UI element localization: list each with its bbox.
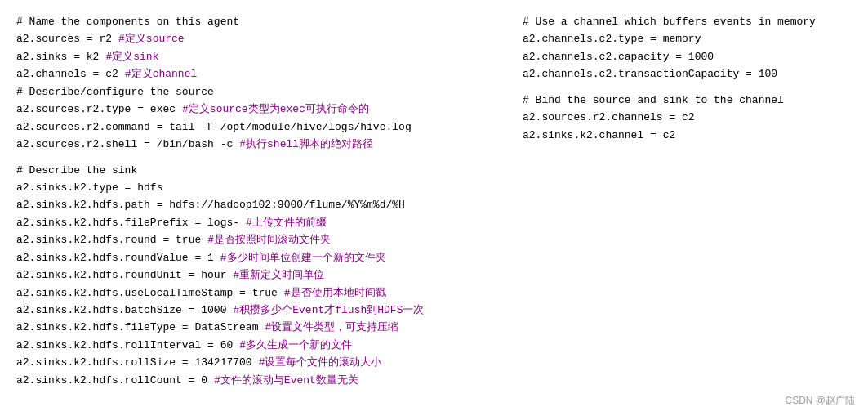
code-line: a2.channels = c2#定义channel — [16, 65, 506, 83]
code-line: a2.sources.r2.channels = c2 — [523, 109, 852, 126]
watermark: CSDN @赵广陆 — [785, 394, 855, 408]
code-text: a2.sinks.k2.hdfs.rollSize = 134217700 — [16, 354, 252, 371]
comment-text: #文件的滚动与Event数量无关 — [214, 372, 358, 389]
code-line: a2.sinks.k2.hdfs.path = hdfs://hadoop102… — [16, 196, 506, 213]
code-text: a2.channels.c2.type = memory — [523, 30, 701, 47]
code-line: a2.sinks.k2.hdfs.batchSize = 1000#积攒多少个E… — [16, 302, 506, 319]
code-line: a2.channels.c2.type = memory — [523, 30, 852, 47]
code-line: a2.sinks.k2.channel = c2 — [523, 127, 852, 144]
code-text: a2.sinks.k2.hdfs.round = true — [16, 231, 201, 248]
code-text: a2.sources.r2.type = exec — [16, 101, 176, 118]
code-line: a2.sinks.k2.hdfs.useLocalTimeStamp = tru… — [16, 284, 506, 302]
code-line: a2.sinks.k2.hdfs.roundValue = 1#多少时间单位创建… — [16, 249, 506, 266]
code-text: a2.sinks.k2.hdfs.rollInterval = 60 — [16, 337, 233, 354]
code-text: a2.sinks.k2.hdfs.roundUnit = hour — [16, 266, 226, 284]
code-line: a2.sinks.k2.hdfs.filePrefix = logs-#上传文件… — [16, 214, 506, 231]
right-column: # Use a channel which buffers events in … — [514, 13, 852, 389]
code-text: a2.sources.r2.command = tail -F /opt/mod… — [16, 119, 412, 136]
spacer — [523, 83, 852, 92]
code-text: # Describe/configure the source — [16, 83, 214, 101]
code-line: a2.sources = r2#定义source — [16, 30, 506, 47]
code-line: a2.sinks.k2.hdfs.rollSize = 134217700#设置… — [16, 354, 506, 371]
code-text: a2.sinks.k2.hdfs.roundValue = 1 — [16, 249, 214, 266]
comment-text: #多少时间单位创建一个新的文件夹 — [220, 249, 386, 266]
comment-text: #是否按照时间滚动文件夹 — [207, 231, 331, 248]
code-text: a2.sinks.k2.hdfs.fileType = DataStream — [16, 319, 258, 336]
code-text: a2.sinks = k2 — [16, 48, 99, 65]
comment-text: #定义sink — [105, 48, 158, 65]
code-line: a2.sinks.k2.hdfs.rollInterval = 60#多久生成一… — [16, 337, 506, 354]
code-line: # Describe/configure the source — [16, 83, 506, 101]
comment-text: #多久生成一个新的文件 — [239, 337, 352, 354]
comment-text: #定义channel — [125, 65, 197, 83]
spacer — [16, 154, 506, 162]
comment-text: #上传文件的前缀 — [246, 214, 327, 231]
code-text: a2.sinks.k2.hdfs.useLocalTimeStamp = tru… — [16, 284, 278, 302]
code-text: a2.channels = c2 — [16, 65, 118, 83]
code-line: a2.sinks.k2.hdfs.fileType = DataStream#设… — [16, 319, 506, 336]
comment-text: #执行shell脚本的绝对路径 — [239, 136, 373, 153]
left-column: # Name the components on this agenta2.so… — [16, 13, 514, 389]
code-line: a2.sources.r2.shell = /bin/bash -c#执行she… — [16, 136, 506, 153]
code-text: a2.sinks.k2.hdfs.path = hdfs://hadoop102… — [16, 196, 405, 213]
code-text: a2.sinks.k2.hdfs.batchSize = 1000 — [16, 302, 226, 319]
code-text: a2.channels.c2.capacity = 1000 — [523, 48, 714, 65]
code-line: a2.sinks.k2.hdfs.rollCount = 0#文件的滚动与Eve… — [16, 372, 506, 389]
code-text: a2.channels.c2.transactionCapacity = 100 — [523, 65, 777, 83]
comment-text: #是否使用本地时间戳 — [284, 284, 386, 302]
code-text: a2.sinks.k2.type = hdfs — [16, 179, 162, 196]
code-text: a2.sources.r2.channels = c2 — [523, 109, 695, 126]
comment-text: #设置文件类型，可支持压缩 — [265, 319, 398, 336]
code-line: a2.sources.r2.type = exec#定义source类型为exe… — [16, 101, 506, 118]
code-text: a2.sources = r2 — [16, 30, 112, 47]
code-text: # Bind the source and sink to the channe… — [523, 92, 784, 109]
comment-text: #设置每个文件的滚动大小 — [259, 354, 382, 371]
comment-text: #重新定义时间单位 — [233, 266, 324, 284]
code-text: a2.sinks.k2.channel = c2 — [523, 127, 675, 144]
comment-text: #定义source — [118, 30, 185, 47]
code-line: a2.sinks.k2.type = hdfs — [16, 179, 506, 196]
code-text: # Name the components on this agent — [16, 13, 239, 30]
code-text: a2.sinks.k2.hdfs.filePrefix = logs- — [16, 214, 239, 231]
code-line: # Bind the source and sink to the channe… — [523, 92, 852, 109]
code-line: a2.sinks = k2#定义sink — [16, 48, 506, 65]
code-line: # Name the components on this agent — [16, 13, 506, 30]
code-line: a2.sinks.k2.hdfs.round = true#是否按照时间滚动文件… — [16, 231, 506, 248]
code-line: # Use a channel which buffers events in … — [523, 13, 852, 30]
code-line: a2.sources.r2.command = tail -F /opt/mod… — [16, 119, 506, 136]
code-text: # Use a channel which buffers events in … — [523, 13, 816, 30]
code-text: a2.sinks.k2.hdfs.rollCount = 0 — [16, 372, 207, 389]
code-line: a2.channels.c2.capacity = 1000 — [523, 48, 852, 65]
code-text: # Describe the sink — [16, 162, 137, 179]
comment-text: #积攒多少个Event才flush到HDFS一次 — [233, 302, 424, 319]
code-line: # Describe the sink — [16, 162, 506, 179]
main-content: # Name the components on this agenta2.so… — [16, 13, 852, 389]
code-text: a2.sources.r2.shell = /bin/bash -c — [16, 136, 233, 153]
comment-text: #定义source类型为exec可执行命令的 — [182, 101, 369, 118]
code-line: a2.channels.c2.transactionCapacity = 100 — [523, 65, 852, 83]
code-line: a2.sinks.k2.hdfs.roundUnit = hour#重新定义时间… — [16, 266, 506, 284]
